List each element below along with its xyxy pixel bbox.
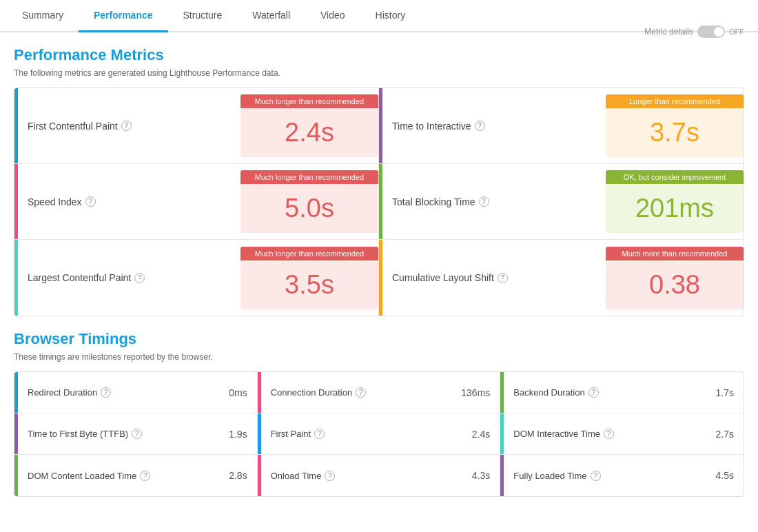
timing-content-ttfb: Time to First Byte (TTFB) ? 1.9s: [18, 413, 257, 454]
status-badge-tti: Longer than recommended: [606, 94, 744, 108]
metrics-grid: First Contentful Paint ? Much longer tha…: [14, 88, 744, 316]
toggle-knob: [714, 27, 724, 37]
metric-card-lcp: Largest Contentful Paint ? Much longer t…: [14, 240, 379, 316]
metric-details-toggle[interactable]: Metric details OFF: [644, 25, 744, 38]
timing-value-rd: 0ms: [229, 387, 247, 398]
timing-name-dit: DOM Interactive Time: [513, 429, 600, 439]
performance-title: Performance Metrics: [14, 46, 744, 64]
help-icon-timing-flt[interactable]: ?: [591, 471, 601, 481]
metric-name-cls: Cumulative Layout Shift: [392, 272, 494, 283]
help-icon-timing-bd[interactable]: ?: [588, 387, 599, 398]
metric-value-area-tbt: OK, but consider improvement 201ms: [606, 164, 744, 239]
help-icon-timing-cd[interactable]: ?: [356, 387, 366, 398]
timing-name-fp: First Paint: [271, 429, 311, 439]
toggle-switch[interactable]: [697, 25, 725, 38]
timing-label-rd: Redirect Duration ?: [28, 387, 111, 398]
help-icon-timing-dclt[interactable]: ?: [140, 471, 150, 481]
help-icon-si[interactable]: ?: [85, 196, 96, 207]
help-icon-tbt[interactable]: ?: [479, 196, 489, 207]
timing-content-flt: Fully Loaded Time ? 4.5s: [504, 455, 744, 496]
metric-value-area-cls: Much more than recommended 0.38: [606, 240, 744, 316]
tab-summary[interactable]: Summary: [7, 0, 79, 32]
status-badge-si: Much longer than recommended: [240, 170, 378, 184]
metric-card-tti: Time to Interactive ? Longer than recomm…: [379, 88, 744, 164]
metric-label-lcp: Largest Contentful Paint ?: [18, 240, 240, 316]
timing-name-flt: Fully Loaded Time: [513, 471, 586, 481]
timing-value-ot: 4.3s: [472, 470, 490, 481]
performance-subtitle: The following metrics are generated usin…: [14, 68, 744, 78]
timing-card-rd: Redirect Duration ? 0ms: [14, 372, 258, 413]
metric-name-si: Speed Index: [28, 196, 82, 207]
timing-content-fp: First Paint ? 2.4s: [261, 413, 500, 454]
timing-content-dclt: DOM Content Loaded Time ? 2.8s: [18, 455, 257, 496]
status-badge-cls: Much more than recommended: [606, 247, 744, 260]
timing-card-dit: DOM Interactive Time ? 2.7s: [500, 413, 744, 455]
timing-card-fp: First Paint ? 2.4s: [258, 413, 501, 455]
metric-number-cls: 0.38: [606, 260, 744, 309]
help-icon-timing-ot[interactable]: ?: [325, 471, 335, 481]
timing-card-cd: Connection Duration ? 136ms: [258, 372, 501, 413]
timing-value-ttfb: 1.9s: [229, 429, 247, 440]
metric-name-tbt: Total Blocking Time: [392, 196, 475, 207]
timing-name-bd: Backend Duration: [513, 387, 584, 398]
timing-content-dit: DOM Interactive Time ? 2.7s: [504, 413, 744, 454]
timing-card-ot: Onload Time ? 4.3s: [258, 455, 501, 496]
timing-value-cd: 136ms: [461, 387, 490, 398]
metric-name-lcp: Largest Contentful Paint: [28, 272, 131, 283]
timing-label-dclt: DOM Content Loaded Time ?: [28, 471, 150, 481]
metric-name-fcp: First Contentful Paint: [28, 121, 118, 132]
timing-card-dclt: DOM Content Loaded Time ? 2.8s: [14, 455, 258, 496]
help-icon-timing-ttfb[interactable]: ?: [132, 429, 142, 439]
metric-details-label: Metric details: [644, 27, 693, 37]
timing-value-dit: 2.7s: [716, 429, 734, 440]
timing-card-bd: Backend Duration ? 1.7s: [500, 372, 744, 413]
metric-value-area-lcp: Much longer than recommended 3.5s: [240, 240, 378, 316]
tab-waterfall[interactable]: Waterfall: [237, 0, 305, 32]
help-icon-tti[interactable]: ?: [475, 121, 485, 131]
timing-name-ot: Onload Time: [271, 471, 322, 481]
metric-number-lcp: 3.5s: [240, 260, 378, 309]
timing-content-rd: Redirect Duration ? 0ms: [18, 372, 257, 413]
timing-name-dclt: DOM Content Loaded Time: [28, 471, 136, 481]
metric-value-area-fcp: Much longer than recommended 2.4s: [240, 88, 378, 163]
help-icon-timing-rd[interactable]: ?: [101, 387, 111, 398]
status-badge-lcp: Much longer than recommended: [240, 247, 378, 260]
timing-label-bd: Backend Duration ?: [513, 387, 598, 398]
metric-card-tbt: Total Blocking Time ? OK, but consider i…: [379, 164, 744, 240]
metric-label-tti: Time to Interactive ?: [382, 88, 606, 163]
tab-video[interactable]: Video: [305, 0, 360, 32]
metric-number-fcp: 2.4s: [240, 108, 378, 157]
help-icon-timing-fp[interactable]: ?: [314, 429, 325, 439]
timing-name-rd: Redirect Duration: [28, 387, 97, 398]
timing-card-flt: Fully Loaded Time ? 4.5s: [500, 455, 744, 496]
tab-structure[interactable]: Structure: [168, 0, 238, 32]
metric-card-si: Speed Index ? Much longer than recommend…: [14, 164, 379, 240]
main-content: Metric details OFF Performance Metrics T…: [0, 32, 758, 511]
help-icon-timing-dit[interactable]: ?: [604, 429, 614, 439]
help-icon-fcp[interactable]: ?: [121, 121, 132, 131]
metric-label-fcp: First Contentful Paint ?: [18, 88, 240, 163]
metric-number-tbt: 201ms: [606, 184, 744, 233]
timing-card-ttfb: Time to First Byte (TTFB) ? 1.9s: [14, 413, 258, 455]
browser-timings-title: Browser Timings: [14, 330, 744, 348]
tab-performance[interactable]: Performance: [79, 0, 168, 32]
tab-history[interactable]: History: [360, 0, 421, 32]
timing-label-fp: First Paint ?: [271, 429, 325, 439]
timing-content-bd: Backend Duration ? 1.7s: [504, 372, 744, 413]
timing-label-ttfb: Time to First Byte (TTFB) ?: [28, 429, 142, 439]
timing-value-flt: 4.5s: [716, 470, 734, 481]
timing-label-flt: Fully Loaded Time ?: [513, 471, 600, 481]
toggle-state-label: OFF: [729, 28, 744, 36]
metric-label-tbt: Total Blocking Time ?: [382, 164, 606, 239]
metric-value-area-tti: Longer than recommended 3.7s: [606, 88, 744, 163]
metric-card-fcp: First Contentful Paint ? Much longer tha…: [14, 88, 379, 164]
timings-grid: Redirect Duration ? 0ms Connection Durat…: [14, 371, 744, 497]
timing-value-bd: 1.7s: [716, 387, 734, 398]
status-badge-tbt: OK, but consider improvement: [606, 170, 744, 184]
help-icon-cls[interactable]: ?: [498, 273, 508, 283]
timing-label-cd: Connection Duration ?: [271, 387, 367, 398]
metric-number-si: 5.0s: [240, 184, 378, 233]
help-icon-lcp[interactable]: ?: [134, 273, 145, 283]
metric-card-cls: Cumulative Layout Shift ? Much more than…: [379, 240, 744, 316]
timing-content-cd: Connection Duration ? 136ms: [261, 372, 500, 413]
